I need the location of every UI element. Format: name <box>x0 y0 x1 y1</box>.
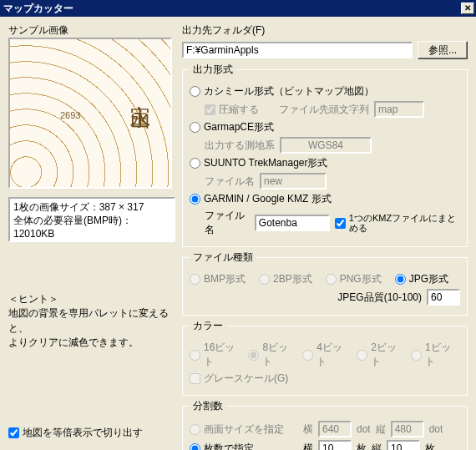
format-kmz[interactable]: GARMIN / Google KMZ 形式 <box>190 192 332 206</box>
suunto-filename-label: ファイル名 <box>205 174 255 189</box>
prefix-label: ファイル先頭文字列 <box>279 103 369 117</box>
format-garmapce[interactable]: GarmapCE形式 <box>190 120 274 134</box>
grayscale-check: グレースケール(G) <box>190 372 288 386</box>
split-legend: 分割数 <box>190 399 226 413</box>
output-folder-label: 出力先フォルダ(F) <box>182 23 468 38</box>
kmz-filename-label: ファイル名 <box>205 209 250 237</box>
split-hn[interactable] <box>318 440 352 450</box>
format-group: 出力形式 カシミール形式（ビットマップ地図） 圧縮する ファイル先頭文字列 <box>182 63 468 247</box>
col-8: 8ビット <box>248 341 289 369</box>
split-vn[interactable] <box>387 440 420 450</box>
close-button[interactable]: ✕ <box>461 3 474 14</box>
format-kashmir[interactable]: カシミール形式（ビットマップ地図） <box>190 84 374 99</box>
browse-button[interactable]: 参照... <box>418 41 468 59</box>
suunto-filename-input <box>260 173 327 190</box>
color-group: カラー 16ビット 8ビット 4ビット 2ビット 1ビット グレースケール(G) <box>182 319 468 396</box>
hint-title: ＜ヒント＞ <box>8 292 175 306</box>
split-screen: 画面サイズを指定 <box>190 422 298 437</box>
ft-png: PNG形式 <box>326 272 382 286</box>
map-label-elev: 2693 <box>60 110 80 120</box>
ft-bmp: BMP形式 <box>190 272 246 286</box>
output-folder-input[interactable] <box>182 42 413 58</box>
image-info: 1枚の画像サイズ：387 × 317 全体の必要容量(BMP時)：12010KB <box>8 197 175 242</box>
split-count[interactable]: 枚数で指定 <box>190 442 298 451</box>
color-legend: カラー <box>190 319 226 333</box>
equal-scale-checkbox[interactable] <box>8 427 19 438</box>
dialog-body: サンプル画像 宝永山 2693 1枚の画像サイズ：387 × 317 全体の必要… <box>0 17 476 450</box>
col-2: 2ビット <box>357 341 398 369</box>
split-hpx <box>318 421 352 437</box>
title-bar: マップカッター ✕ <box>0 0 476 17</box>
kmz-filename-input[interactable] <box>255 215 330 231</box>
datum-label: 出力する測地系 <box>205 139 275 153</box>
jpeg-quality-label: JPEG品質(10-100) <box>337 291 422 305</box>
col-4: 4ビット <box>302 341 343 369</box>
col-16: 16ビット <box>190 341 235 369</box>
equal-scale-label: 地図を等倍表示で切り出す <box>23 426 143 440</box>
equal-scale-check[interactable]: 地図を等倍表示で切り出す <box>8 426 143 440</box>
split-group: 分割数 画面サイズを指定 横 dot 縦 dot 枚数で指定 横 枚 縦 枚 <box>182 399 468 450</box>
window-title: マップカッター <box>3 2 461 16</box>
format-legend: 出力形式 <box>190 63 236 77</box>
sample-label: サンプル画像 <box>8 23 175 38</box>
datum-input <box>280 137 372 154</box>
ft-jpg[interactable]: JPG形式 <box>395 272 448 286</box>
filetype-group: ファイル種類 BMP形式 2BP形式 PNG形式 JPG形式 JPEG品質(10… <box>182 250 468 316</box>
info-line-capacity: 全体の必要容量(BMP時)：12010KB <box>13 214 170 240</box>
sample-image-frame: 宝永山 2693 <box>8 38 172 189</box>
prefix-input <box>374 101 424 118</box>
left-pane: サンプル画像 宝永山 2693 1枚の画像サイズ：387 × 317 全体の必要… <box>8 23 175 450</box>
right-pane: 出力先フォルダ(F) 参照... 出力形式 カシミール形式（ビットマップ地図） … <box>182 23 468 450</box>
format-suunto[interactable]: SUUNTO TrekManager形式 <box>190 156 327 170</box>
ft-2bp: 2BP形式 <box>259 272 312 286</box>
kmz-single-check[interactable]: 1つのKMZファイルにまとめる <box>335 213 460 233</box>
info-line-size: 1枚の画像サイズ：387 × 317 <box>13 200 170 214</box>
col-1: 1ビット <box>411 341 452 369</box>
sample-map-image: 宝永山 2693 <box>10 39 170 187</box>
filetype-legend: ファイル種類 <box>190 250 256 265</box>
hint-line1: 地図の背景を専用パレットに変えると、 <box>8 306 175 336</box>
map-label-name: 宝永山 <box>127 89 154 94</box>
hint-block: ＜ヒント＞ 地図の背景を専用パレットに変えると、 よりクリアに減色できます。 <box>8 292 175 351</box>
compress-check: 圧縮する <box>205 103 259 117</box>
split-vpx <box>391 421 424 437</box>
hint-line2: よりクリアに減色できます。 <box>8 336 175 350</box>
jpeg-quality-input[interactable] <box>427 289 460 306</box>
